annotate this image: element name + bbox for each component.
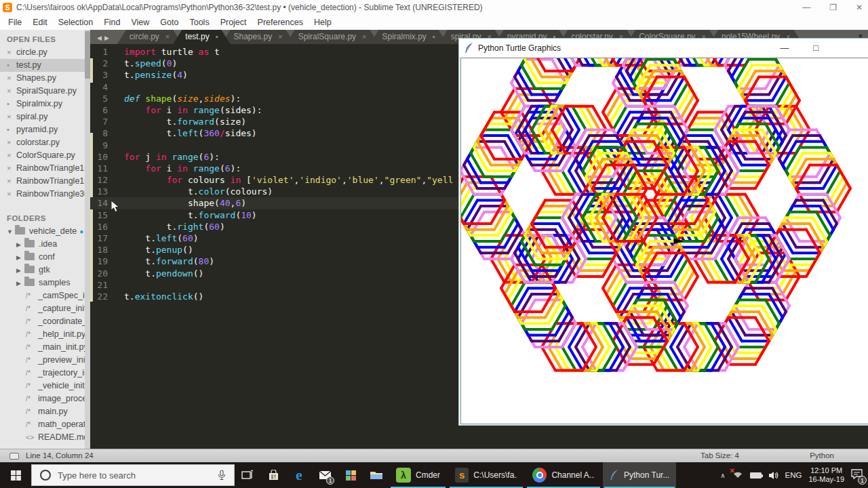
folder-root[interactable]: ▼vehicle_dete● <box>0 225 90 238</box>
open-file-Spiralmix.py[interactable]: •Spiralmix.py <box>0 98 90 110</box>
store-icon <box>268 470 279 481</box>
open-file-ColorSquare.py[interactable]: ×ColorSquare.py <box>0 149 90 162</box>
tab-Spiralmix.py[interactable]: Spiralmix.py• <box>370 30 448 44</box>
minimize-button[interactable]: — <box>802 3 810 12</box>
taskbar-app-python[interactable]: Python Tur... <box>603 462 676 488</box>
status-toggle-icon[interactable] <box>9 453 19 460</box>
folders-header: FOLDERS <box>0 209 90 225</box>
taskbar-app-chrome[interactable]: Channel A... <box>526 462 601 488</box>
photos-button[interactable] <box>339 462 362 488</box>
menu-item-view[interactable]: View <box>125 18 155 27</box>
file-close-icon[interactable]: × <box>7 162 16 175</box>
file-close-icon[interactable]: × <box>7 110 16 123</box>
store-button[interactable] <box>262 462 285 488</box>
battery-icon[interactable] <box>750 472 762 479</box>
action-center-button[interactable]: 1 <box>851 469 863 482</box>
sidebar-file-_capture_init.p[interactable]: /*_capture_init.p <box>0 302 90 315</box>
source-file-icon: /* <box>26 328 38 341</box>
tab-close-icon[interactable]: × <box>278 33 282 41</box>
open-file-test.py[interactable]: •test.py <box>0 59 90 72</box>
menu-item-preferences[interactable]: Preferences <box>252 18 309 27</box>
sidebar-file-_trajectory_ini[interactable]: /*_trajectory_ini <box>0 367 90 380</box>
taskbar-app-sublime[interactable]: sC:\Users\fa... <box>448 462 524 488</box>
volume-icon[interactable] <box>768 471 778 480</box>
sidebar-file-_vehicle_init.p[interactable]: /*_vehicle_init.p <box>0 380 90 392</box>
folder-collapsed-icon[interactable]: ▶ <box>16 251 24 264</box>
sidebar-file-main.py[interactable]: /*main.py <box>0 405 90 418</box>
tab-Shapes.py[interactable]: Shapes.py× <box>222 30 295 44</box>
file-close-icon[interactable]: × <box>7 85 16 98</box>
sidebar-file-math_operatio[interactable]: /*math_operatio <box>0 418 90 431</box>
close-button[interactable]: ✕ <box>856 3 863 12</box>
task-view-icon <box>241 470 254 481</box>
file-close-icon[interactable]: × <box>7 188 16 201</box>
open-file-Shapes.py[interactable]: ×Shapes.py <box>0 72 90 85</box>
sidebar-file-_coordinate_i[interactable]: /*_coordinate_i <box>0 315 90 328</box>
menu-item-tools[interactable]: Tools <box>184 18 214 27</box>
tab-circle.py[interactable]: circle.py× <box>117 30 182 44</box>
tab-scroll-arrows[interactable]: ◀▶ <box>97 35 112 41</box>
taskbar-app-cmder[interactable]: λCmder <box>389 462 447 488</box>
open-file-RainbowTriangle15V[interactable]: ×RainbowTriangle15V <box>0 162 90 175</box>
clock[interactable]: 12:10 PM 16-May-19 <box>808 466 844 484</box>
turtle-minimize-button[interactable]: — <box>780 43 789 53</box>
menu-item-goto[interactable]: Goto <box>155 18 184 27</box>
mail-button[interactable]: 1 <box>313 462 336 488</box>
file-close-icon[interactable]: × <box>7 175 16 188</box>
menu-item-help[interactable]: Help <box>309 18 337 27</box>
sidebar-file-_help_init.py[interactable]: /*_help_init.py <box>0 328 90 341</box>
sidebar-file-_camSpec_init[interactable]: /*_camSpec_init <box>0 289 90 302</box>
file-close-icon[interactable]: × <box>7 149 16 162</box>
folder-collapsed-icon[interactable]: ▶ <box>16 277 24 289</box>
menu-item-selection[interactable]: Selection <box>53 18 98 27</box>
open-file-RainbowTriangle15.p[interactable]: ×RainbowTriangle15.p <box>0 175 90 188</box>
menu-item-find[interactable]: Find <box>98 18 125 27</box>
network-button[interactable]: ✕ <box>732 469 743 481</box>
turtle-window-titlebar[interactable]: Python Turtle Graphics — □ <box>459 39 868 57</box>
open-file-SpiralSquare.py[interactable]: ×SpiralSquare.py <box>0 85 90 98</box>
folder-collapsed-icon[interactable]: ▶ <box>16 239 24 251</box>
open-file-pyramid.py[interactable]: •pyramid.py <box>0 123 90 136</box>
sidebar-file-_preview_init.p[interactable]: /*_preview_init.p <box>0 354 90 367</box>
code-text: def shape(size,sides): <box>124 94 241 104</box>
sidebar-scrollbar[interactable] <box>85 30 90 449</box>
subfolder-conf[interactable]: ▶conf <box>0 251 90 264</box>
tab-close-icon[interactable]: × <box>362 33 366 41</box>
open-file-RainbowTriangle30.p[interactable]: ×RainbowTriangle30.p <box>0 188 90 201</box>
sidebar-file-README.md[interactable]: <>README.md <box>0 431 90 444</box>
tab-test.py[interactable]: test.py• <box>173 30 230 44</box>
tab-SpiralSquare.py[interactable]: SpiralSquare.py× <box>286 30 379 44</box>
file-dirty-dot: • <box>7 59 16 72</box>
open-file-circle.py[interactable]: ×circle.py <box>0 46 90 59</box>
tab-size-status[interactable]: Tab Size: 4 <box>701 451 739 460</box>
start-button[interactable] <box>0 462 31 488</box>
edge-button[interactable]: e <box>288 462 311 488</box>
subfolder-samples[interactable]: ▶samples <box>0 277 90 289</box>
subfolder-.idea[interactable]: ▶.idea <box>0 238 90 251</box>
open-file-colorstar.py[interactable]: ×colorstar.py <box>0 136 90 149</box>
turtle-maximize-button[interactable]: □ <box>813 43 818 53</box>
file-close-icon[interactable]: × <box>7 72 16 85</box>
hidden-icons-chevron[interactable]: ∧ <box>720 472 725 479</box>
syntax-status[interactable]: Python <box>810 451 834 460</box>
folder-collapsed-icon[interactable]: ▶ <box>16 264 24 277</box>
language-indicator[interactable]: ENG <box>785 471 802 479</box>
task-view-button[interactable] <box>236 462 259 488</box>
sidebar-file-image_proces[interactable]: /*image_proces <box>0 392 90 405</box>
mail-badge: 1 <box>326 476 334 485</box>
restore-button[interactable]: ❐ <box>829 3 837 12</box>
folder-expanded-icon[interactable]: ▼ <box>7 226 15 238</box>
open-file-spiral.py[interactable]: ×spiral.py <box>0 110 90 123</box>
turtle-graphics-window[interactable]: Python Turtle Graphics — □ <box>458 38 868 426</box>
tab-close-icon[interactable]: × <box>165 33 170 41</box>
file-close-icon[interactable]: × <box>7 136 16 149</box>
menu-item-edit[interactable]: Edit <box>27 18 53 27</box>
microphone-icon[interactable] <box>218 470 226 481</box>
menu-item-file[interactable]: File <box>3 18 27 27</box>
subfolder-gtk[interactable]: ▶gtk <box>0 264 90 277</box>
file-close-icon[interactable]: × <box>7 46 16 59</box>
sidebar-file-_main_init.py[interactable]: /*_main_init.py <box>0 341 90 354</box>
file-explorer-button[interactable] <box>365 462 388 488</box>
menu-item-project[interactable]: Project <box>215 18 252 27</box>
taskbar-search-input[interactable]: Type here to search <box>31 464 235 486</box>
